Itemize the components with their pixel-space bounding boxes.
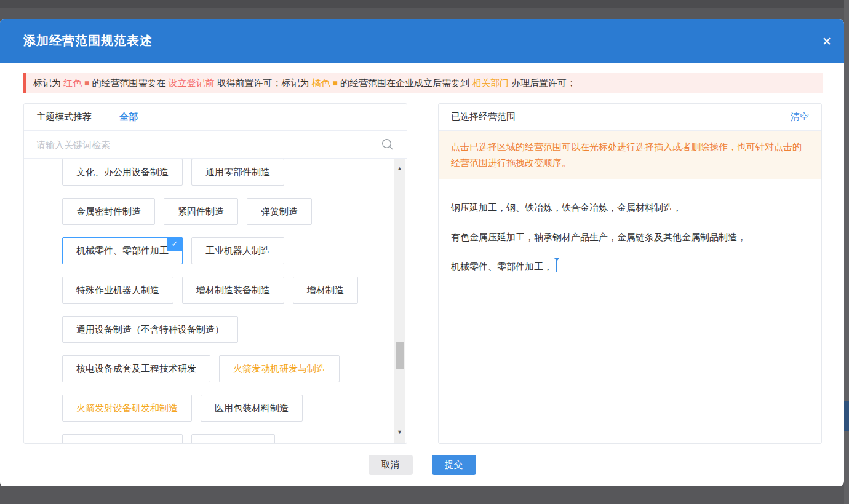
scope-chip-post-license[interactable]: 火箭发射设备研发和制造: [62, 395, 192, 422]
scope-chip[interactable]: 金属密封件制造: [62, 198, 155, 225]
check-icon: ✓: [167, 237, 183, 251]
scope-chip[interactable]: 通用设备制造（不含特种设备制造）: [62, 316, 238, 343]
dialog-header: 添加经营范围规范表述 ✕: [0, 19, 844, 63]
notice-text: 的经营范围在企业成立后需要到: [340, 77, 469, 88]
chip-row: 通用设备制造（不含特种设备制造）: [62, 316, 364, 343]
page-top-band: [0, 0, 849, 8]
scope-chip-selected[interactable]: 机械零件、零部件加工 ✓: [62, 237, 183, 264]
selected-scope-header: 已选择经营范围 清空: [439, 104, 821, 131]
keyword-search-input[interactable]: [36, 140, 381, 150]
submit-button[interactable]: 提交: [432, 455, 476, 475]
selected-scope-line[interactable]: 有色金属压延加工，轴承钢材产品生产，金属链条及其他金属制品制造，: [451, 230, 809, 243]
picker-tabs: 主题模式推荐 全部: [24, 104, 407, 131]
page-scrollbar[interactable]: [844, 0, 849, 504]
chip-row: 核电设备成套及工程技术研发 火箭发动机研发与制造: [62, 355, 364, 382]
scope-chip[interactable]: 医用包装材料制造: [201, 395, 303, 422]
scope-chip-list: 文化、办公用设备制造 通用零部件制造 金属密封件制造 紧固件制造 弹簧制造 机械…: [24, 159, 407, 443]
pre-license-word: 设立登记前: [168, 77, 214, 88]
list-scrollbar[interactable]: ▲ ▼: [394, 159, 405, 443]
scope-chip[interactable]: 通用零部件制造: [191, 159, 284, 186]
red-word: 红色: [63, 77, 82, 88]
selected-scope-line[interactable]: 钢压延加工，钢、铁冶炼，铁合金冶炼，金属材料制造，: [451, 201, 809, 214]
selected-scope-line[interactable]: 机械零件、零部件加工，: [451, 260, 809, 273]
scope-chip[interactable]: 工业机器人制造: [191, 237, 284, 264]
notice-text: 的经营范围需要在: [92, 77, 165, 88]
search-icon[interactable]: [381, 138, 394, 151]
red-square-icon: ■: [84, 78, 89, 88]
dialog-title: 添加经营范围规范表述: [23, 33, 153, 49]
notice-text: 办理后置许可；: [511, 77, 576, 88]
scroll-up-icon[interactable]: ▲: [394, 163, 405, 174]
selected-scope-title: 已选择经营范围: [451, 111, 516, 123]
cancel-button[interactable]: 取消: [369, 455, 413, 475]
license-notice-bar: 标记为红色■的经营范围需要在设立登记前取得前置许可；标记为橘色■的经营范围在企业…: [23, 73, 823, 93]
scope-chip[interactable]: 紧固件制造: [164, 198, 238, 225]
selected-scope-panel: 已选择经营范围 清空 点击已选择区域的经营范围可以在光标处进行选择插入或者删除操…: [438, 103, 822, 444]
text-cursor-icon: [556, 261, 557, 272]
scope-chip[interactable]: 核电设备成套及工程技术研发: [62, 355, 210, 382]
drag-hint-notice: 点击已选择区域的经营范围可以在光标处进行选择插入或者删除操作，也可针对点击的经营…: [439, 131, 821, 179]
selected-scope-text: 机械零件、零部件加工，: [451, 261, 552, 272]
scope-chip[interactable]: 文化、办公用设备制造: [62, 159, 183, 186]
notice-text: 取得前置许可；标记为: [217, 77, 309, 88]
scope-chip[interactable]: 增材制造装备制造: [182, 277, 284, 304]
related-dept-word: 相关部门: [472, 77, 509, 88]
chip-label: 机械零件、零部件加工: [76, 245, 169, 256]
tab-theme-recommend[interactable]: 主题模式推荐: [36, 111, 92, 123]
chip-row: 人民币鉴别仪产品生产 特种设备制造: [62, 434, 364, 443]
chip-row: 特殊作业机器人制造 增材制造装备制造 增材制造: [62, 277, 364, 304]
scope-chip[interactable]: 特殊作业机器人制造: [62, 277, 173, 304]
close-icon[interactable]: ✕: [822, 35, 832, 47]
scope-chip-post-license[interactable]: 特种设备制造: [191, 434, 275, 443]
dialog-footer: 取消 提交: [0, 455, 844, 475]
notice-text: 标记为: [33, 77, 61, 88]
tab-all[interactable]: 全部: [119, 111, 138, 123]
orange-square-icon: ■: [332, 78, 337, 88]
scroll-down-icon[interactable]: ▼: [394, 427, 405, 438]
page-scrollbar-thumb[interactable]: [844, 401, 849, 431]
scope-chip-post-license[interactable]: 人民币鉴别仪产品生产: [62, 434, 183, 443]
chip-row: 火箭发射设备研发和制造 医用包装材料制造: [62, 395, 364, 422]
clear-all-link[interactable]: 清空: [791, 111, 809, 123]
chip-row: 文化、办公用设备制造 通用零部件制造: [62, 159, 364, 186]
scope-picker-panel: 主题模式推荐 全部 文化、办公用设备制造 通用零部件制造 金属密封件制造: [23, 103, 407, 444]
scope-chip[interactable]: 增材制造: [293, 277, 358, 304]
search-bar: [24, 131, 407, 159]
chip-row: 机械零件、零部件加工 ✓ 工业机器人制造: [62, 237, 364, 264]
add-business-scope-dialog: 添加经营范围规范表述 ✕ 标记为红色■的经营范围需要在设立登记前取得前置许可；标…: [0, 19, 844, 486]
orange-word: 橘色: [311, 77, 330, 88]
chip-row: 金属密封件制造 紧固件制造 弹簧制造: [62, 198, 364, 225]
list-scrollbar-thumb[interactable]: [396, 342, 404, 369]
scope-chip[interactable]: 弹簧制造: [247, 198, 312, 225]
selected-scope-editor[interactable]: 钢压延加工，钢、铁冶炼，铁合金冶炼，金属材料制造， 有色金属压延加工，轴承钢材产…: [439, 179, 821, 273]
scope-chip-post-license[interactable]: 火箭发动机研发与制造: [219, 355, 340, 382]
